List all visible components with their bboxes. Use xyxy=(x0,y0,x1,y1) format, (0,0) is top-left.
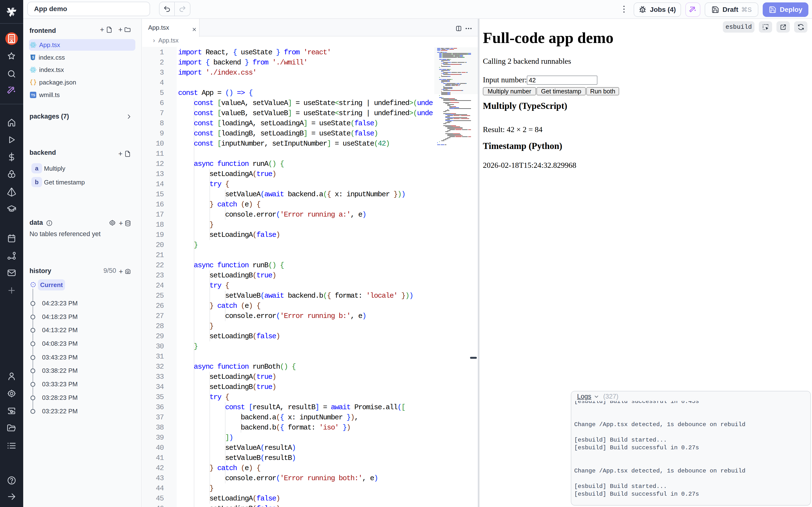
svg-text:3: 3 xyxy=(32,55,34,59)
svg-text:TS: TS xyxy=(31,94,35,97)
